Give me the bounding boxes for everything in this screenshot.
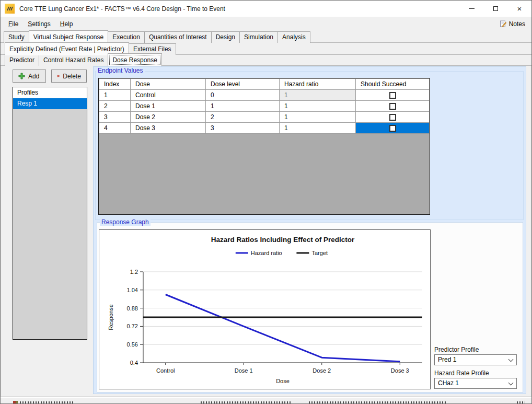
status-text-clipped — [20, 401, 74, 403]
subsubtab-control-hazard-rates[interactable]: Control Hazard Rates — [39, 54, 108, 66]
response-graph-groupbox: 0.40.560.720.881.041.2ControlDose 1Dose … — [97, 222, 523, 393]
index-cell[interactable]: 3 — [99, 112, 131, 123]
x-tick-label: Dose 2 — [313, 367, 331, 374]
x-tick-label: Dose 1 — [235, 367, 253, 374]
maximize-button[interactable] — [483, 1, 507, 17]
y-axis-title: Response — [108, 304, 114, 330]
subsubtab-dose-response[interactable]: Dose Response — [108, 53, 161, 66]
profiles-items: Resp 1 — [13, 98, 87, 109]
response-chart-box: 0.40.560.720.881.041.2ControlDose 1Dose … — [99, 229, 431, 389]
dose-level-cell[interactable]: 3 — [206, 123, 280, 134]
tab-execution[interactable]: Execution — [108, 31, 145, 43]
column-header-dose-level[interactable]: Dose level — [206, 79, 280, 90]
status-text-clipped — [201, 401, 292, 403]
profiles-list[interactable]: Profiles Resp 1 — [13, 87, 87, 340]
endpoint-values-label: Endpoint Values — [96, 67, 145, 74]
should-succeed-cell[interactable] — [356, 123, 430, 134]
x-axis-title: Dose — [276, 378, 290, 384]
should-succeed-cell[interactable] — [356, 90, 430, 101]
predictor-profile-value: Pred 1 — [438, 356, 456, 363]
menu-bar: FileSettingsHelp Notes — [1, 17, 531, 31]
y-tick-label: 0.88 — [127, 305, 138, 311]
endpoint-values-grid: IndexDoseDose levelHazard ratioShould Su… — [98, 78, 430, 215]
column-header-dose[interactable]: Dose — [131, 79, 206, 90]
tab-quantities-of-interest[interactable]: Quantities of Interest — [144, 31, 212, 43]
tab-analysis[interactable]: Analysis — [277, 31, 310, 43]
should-succeed-cell[interactable] — [356, 112, 430, 123]
hazard-ratio-cell[interactable]: 1 — [280, 112, 356, 123]
should-succeed-cell[interactable] — [356, 101, 430, 112]
table-row: 3Dose 221 — [99, 112, 430, 123]
status-icon — [13, 401, 18, 403]
status-text-clipped — [517, 401, 525, 403]
dose-cell[interactable]: Control — [131, 90, 206, 101]
main-tab-strip: StudyVirtual Subject ResponseExecutionQu… — [1, 31, 531, 43]
index-cell[interactable]: 2 — [99, 101, 131, 112]
hazard-ratio-cell[interactable]: 1 — [280, 123, 356, 134]
hazard-ratio-cell[interactable]: 1 — [280, 101, 356, 112]
profiles-list-header: Profiles — [13, 87, 87, 98]
predictor-profile-label: Predictor Profile — [434, 346, 479, 353]
response-tab-strip: Explicitly Defined (Event Rate | Predict… — [1, 43, 531, 55]
app-window: Core TTE Lung Cancer Ex1* - FACTS™ v6.4 … — [0, 0, 532, 404]
index-cell[interactable]: 1 — [99, 90, 131, 101]
delete-button[interactable]: Delete — [51, 70, 87, 83]
table-row: 2Dose 111 — [99, 101, 430, 112]
close-button[interactable]: × — [507, 1, 531, 17]
endpoint-values-table: IndexDoseDose levelHazard ratioShould Su… — [99, 78, 430, 134]
column-header-hazard-ratio[interactable]: Hazard ratio — [280, 79, 356, 90]
hazard-rate-profile-label: Hazard Rate Profile — [434, 370, 489, 377]
profile-item-resp-1[interactable]: Resp 1 — [13, 98, 87, 109]
dose-cell[interactable]: Dose 2 — [131, 112, 206, 123]
x-tick-label: Control — [156, 367, 175, 374]
y-tick-label: 0.72 — [127, 323, 138, 329]
tab-design[interactable]: Design — [211, 31, 240, 43]
should-succeed-checkbox[interactable] — [389, 92, 396, 99]
notes-label: Notes — [509, 20, 525, 28]
dose-response-page: Add Delete Profiles Resp 1 Endpoint Valu… — [1, 66, 531, 398]
add-button[interactable]: Add — [13, 70, 46, 83]
maximize-icon — [493, 6, 498, 11]
table-row: 1Control01 — [99, 90, 430, 101]
hazard-rate-profile-value: CHaz 1 — [438, 379, 459, 387]
delete-button-label: Delete — [63, 73, 81, 80]
column-header-index[interactable]: Index — [99, 79, 131, 90]
tab-simulation[interactable]: Simulation — [239, 31, 278, 43]
menu-items: FileSettingsHelp — [4, 18, 77, 30]
legend-label: Hazard ratio — [251, 250, 282, 256]
menu-settings[interactable]: Settings — [23, 18, 55, 30]
dose-level-cell[interactable]: 0 — [206, 90, 280, 101]
minimize-button[interactable] — [459, 1, 483, 17]
status-bar — [1, 397, 531, 403]
dose-response-panel: Endpoint Values IndexDoseDose levelHazar… — [93, 66, 526, 394]
minimize-icon — [469, 8, 475, 9]
column-header-should-succeed[interactable]: Should Succeed — [356, 79, 430, 90]
notes-button[interactable]: Notes — [496, 19, 528, 29]
table-header-row: IndexDoseDose levelHazard ratioShould Su… — [99, 79, 430, 90]
hazard-ratio-line — [166, 295, 400, 362]
menu-file[interactable]: File — [4, 18, 23, 30]
predictor-profile-select[interactable]: Pred 1 — [434, 354, 517, 365]
should-succeed-checkbox[interactable] — [389, 103, 396, 110]
y-tick-label: 1.2 — [130, 269, 138, 275]
dose-level-cell[interactable]: 2 — [206, 112, 280, 123]
should-succeed-checkbox[interactable] — [389, 125, 396, 132]
dose-level-cell[interactable]: 1 — [206, 101, 280, 112]
window-controls: × — [459, 1, 531, 17]
should-succeed-checkbox[interactable] — [389, 114, 396, 121]
y-tick-label: 0.56 — [127, 341, 138, 348]
dose-cell[interactable]: Dose 3 — [131, 123, 206, 134]
dose-cell[interactable]: Dose 1 — [131, 101, 206, 112]
hazard-rate-profile-select[interactable]: CHaz 1 — [434, 378, 517, 389]
index-cell[interactable]: 4 — [99, 123, 131, 134]
window-title: Core TTE Lung Cancer Ex1* - FACTS™ v6.4 … — [19, 5, 225, 13]
hazard-ratio-cell[interactable]: 1 — [280, 90, 356, 101]
response-chart: 0.40.560.720.881.041.2ControlDose 1Dose … — [99, 230, 430, 389]
subsubtab-predictor[interactable]: Predictor — [5, 54, 39, 66]
legend-label: Target — [311, 250, 328, 256]
tab-virtual-subject-response[interactable]: Virtual Subject Response — [29, 30, 109, 43]
menu-help[interactable]: Help — [55, 18, 78, 30]
tab-study[interactable]: Study — [4, 31, 29, 43]
add-button-label: Add — [28, 73, 39, 80]
chart-title: Hazard Ratios Including Effect of Predic… — [211, 236, 355, 244]
